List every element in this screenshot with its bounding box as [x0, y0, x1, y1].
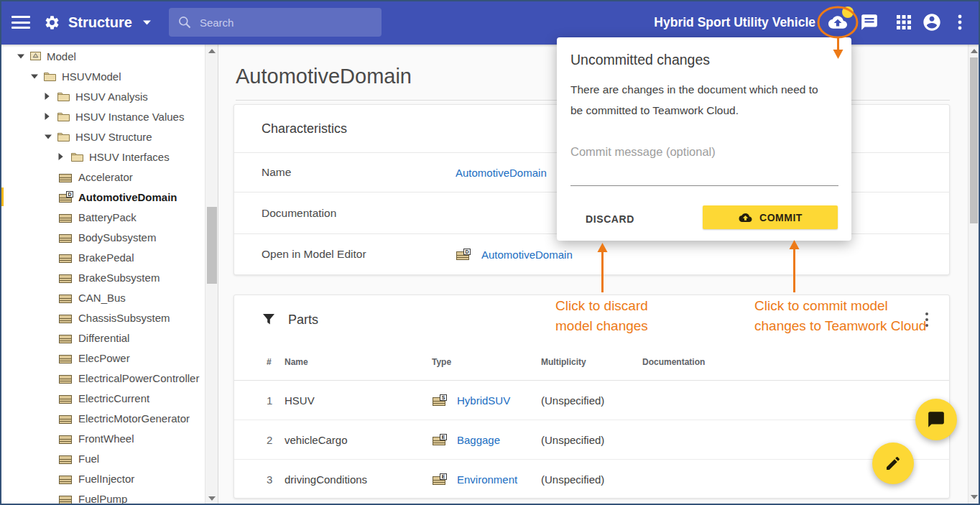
tree-item-Differential[interactable]: Differential — [0, 328, 205, 348]
tree-item-ElectricalPowerController[interactable]: ElectricalPowerController — [0, 368, 205, 388]
tree-item-HSUVModel[interactable]: HSUVModel — [0, 66, 205, 86]
characteristic-value-text[interactable]: AutomotiveDomain — [481, 249, 573, 261]
tree-scrollbar[interactable] — [205, 45, 218, 505]
block-icon — [58, 272, 73, 284]
part-type-link[interactable]: Environment — [457, 473, 517, 486]
kebab-menu-icon — [958, 14, 962, 31]
parts-column-header: Multiplicity — [541, 357, 642, 367]
tree-item-label: ElectricalPowerController — [78, 372, 199, 384]
tree-item-FuelInjector[interactable]: FuelInjector — [0, 468, 205, 488]
model-tree: ModelHSUVModelHSUV AnalysisHSUV Instance… — [0, 45, 205, 505]
tree-scrollbar-thumb[interactable] — [207, 207, 217, 284]
caret-down-icon[interactable] — [45, 134, 57, 139]
parts-menu-button[interactable] — [920, 312, 933, 327]
caret-right-icon[interactable] — [58, 153, 70, 160]
block-icon — [58, 432, 73, 445]
characteristic-label: Name — [234, 166, 456, 179]
popup-message: There are changes in the document which … — [570, 79, 818, 121]
part-number: 2 — [267, 434, 285, 446]
tree-item-label: FuelPump — [78, 493, 127, 505]
tree-item-ElecPower[interactable]: ElecPower — [0, 348, 205, 368]
more-options-button[interactable] — [950, 8, 970, 37]
tree-item-CAN_Bus[interactable]: CAN_Bus — [0, 287, 205, 307]
popup-message-line: be committed to Teamwork Cloud. — [570, 100, 818, 121]
comments-fab[interactable] — [915, 399, 957, 440]
commit-message-input[interactable]: Commit message (optional) — [570, 145, 838, 186]
part-name: drivingConditions — [285, 473, 432, 486]
account-circle-icon — [922, 12, 942, 32]
commit-button[interactable]: COMMIT — [703, 205, 838, 229]
part-type: EBaggage — [432, 434, 541, 446]
filter-funnel-icon[interactable] — [262, 312, 276, 327]
block-icon — [58, 352, 73, 364]
tree-item-ElectricCurrent[interactable]: ElectricCurrent — [0, 388, 205, 408]
scroll-up-arrow-icon[interactable] — [208, 49, 216, 53]
tree-item-Model[interactable]: Model — [0, 46, 205, 66]
svg-text:E: E — [442, 474, 445, 479]
main-scrollbar-thumb[interactable] — [970, 57, 978, 223]
tree-item-ElectricMotorGenerator[interactable]: ElectricMotorGenerator — [0, 408, 205, 428]
tree-item-FrontWheel[interactable]: FrontWheel — [0, 428, 205, 448]
feedback-button[interactable] — [855, 8, 884, 37]
block-icon — [58, 372, 73, 384]
tree-item-HSUV Analysis[interactable]: HSUV Analysis — [0, 86, 205, 106]
tree-item-label: ElectricMotorGenerator — [78, 412, 190, 425]
scroll-up-arrow-icon[interactable] — [971, 49, 978, 53]
svg-text:D: D — [68, 192, 71, 197]
block-icon — [58, 312, 73, 324]
section-title[interactable]: Structure — [68, 14, 132, 31]
tree-item-HSUV Interfaces[interactable]: HSUV Interfaces — [0, 147, 205, 167]
caret-right-icon[interactable] — [45, 113, 57, 120]
search-input[interactable]: Search — [169, 8, 382, 37]
folder-icon — [43, 71, 57, 82]
block-icon — [58, 412, 73, 425]
uncommitted-changes-button[interactable] — [823, 8, 852, 37]
discard-button[interactable]: DISCARD — [574, 207, 646, 231]
chevron-down-icon[interactable] — [143, 20, 151, 25]
tree-item-HSUV Instance Values[interactable]: HSUV Instance Values — [0, 106, 205, 126]
characteristic-value-text[interactable]: AutomotiveDomain — [456, 167, 547, 179]
tree-item-BrakeSubsystem[interactable]: BrakeSubsystem — [0, 267, 205, 287]
comment-icon — [927, 410, 946, 429]
tree-item-label: Model — [47, 50, 76, 62]
characteristic-label: Open in Model Editor — [234, 248, 456, 261]
caret-down-icon[interactable] — [17, 54, 29, 59]
commit-message-placeholder: Commit message (optional) — [570, 145, 716, 158]
parts-table-row: 3drivingConditionsEEnvironment(Unspecifi… — [234, 459, 949, 499]
caret-down-icon[interactable] — [31, 74, 43, 79]
parts-table-row: 2vehicleCargoEBaggage(Unspecified) — [234, 420, 949, 459]
tree-item-BatteryPack[interactable]: BatteryPack — [0, 207, 205, 227]
block-icon — [58, 231, 73, 244]
folder-icon — [57, 111, 70, 122]
part-type-link[interactable]: Baggage — [457, 434, 500, 446]
hamburger-menu-icon[interactable] — [11, 16, 30, 29]
caret-right-icon[interactable] — [45, 93, 57, 100]
apps-grid-button[interactable] — [889, 8, 918, 37]
block-icon — [58, 171, 73, 183]
tree-item-Fuel[interactable]: Fuel — [0, 448, 205, 468]
search-icon — [177, 15, 192, 29]
parts-column-header: # — [267, 357, 285, 367]
block-icon — [58, 392, 73, 404]
tree-item-HSUV Structure[interactable]: HSUV Structure — [0, 126, 205, 147]
account-button[interactable] — [917, 8, 946, 37]
tree-item-FuelPump[interactable]: FuelPump — [0, 488, 205, 505]
edit-fab[interactable] — [872, 443, 914, 484]
tree-item-label: FrontWheel — [78, 432, 134, 445]
scroll-down-arrow-icon[interactable] — [208, 496, 216, 501]
tree-item-Accelerator[interactable]: Accelerator — [0, 167, 205, 187]
part-type: EEnvironment — [432, 473, 541, 486]
tree-item-BrakePedal[interactable]: BrakePedal — [0, 247, 205, 267]
part-type-link[interactable]: HybridSUV — [457, 394, 510, 407]
scroll-down-arrow-icon[interactable] — [971, 495, 978, 499]
tree-item-ChassisSubsystem[interactable]: ChassisSubsystem — [0, 307, 205, 328]
parts-card: Parts #NameTypeMultiplicityDocumentation… — [234, 295, 950, 499]
tree-item-AutomotiveDomain[interactable]: DAutomotiveDomain — [0, 187, 205, 207]
main-scrollbar[interactable] — [968, 45, 979, 504]
gear-icon[interactable] — [44, 14, 60, 31]
page-title: AutomotiveDomain — [236, 65, 412, 88]
block-icon — [58, 292, 73, 304]
tree-item-BodySubsystem[interactable]: BodySubsystem — [0, 227, 205, 247]
part-number: 3 — [267, 473, 285, 486]
tree-item-label: CAN_Bus — [78, 292, 126, 304]
